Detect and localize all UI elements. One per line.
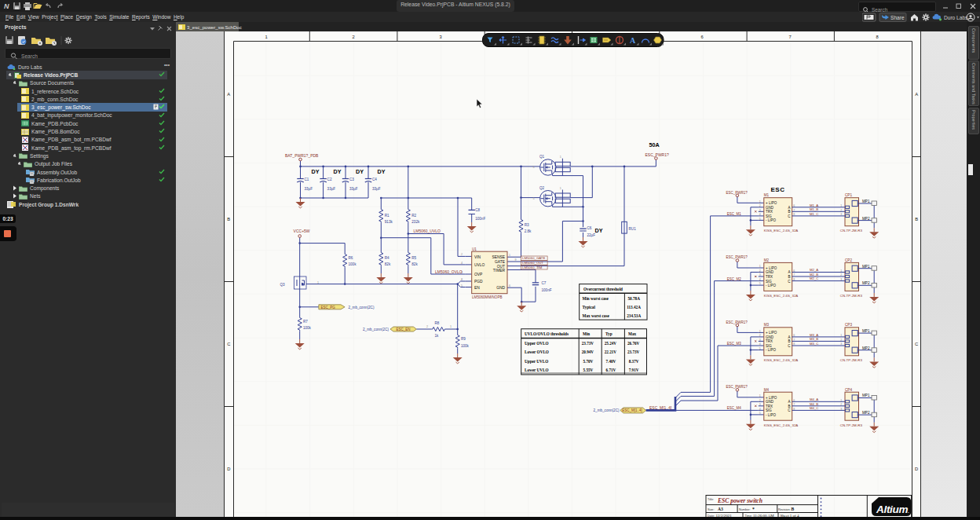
svg-text:C: C — [227, 342, 230, 346]
svg-text:1: 1 — [560, 156, 561, 159]
svg-text:*: * — [752, 507, 755, 511]
svg-text:ESC_M[1..4]: ESC_M[1..4] — [649, 405, 672, 410]
svg-text:ESC_PWR1?: ESC_PWR1? — [645, 152, 670, 157]
svg-text:Number:: Number: — [739, 508, 751, 511]
svg-text:Q2: Q2 — [539, 186, 545, 190]
svg-text:A: A — [227, 92, 230, 97]
svg-text:ESC_M4: ESC_M4 — [727, 406, 742, 410]
svg-text:M3_C: M3_C — [810, 342, 818, 346]
svg-text:5.70V: 5.70V — [583, 359, 594, 364]
svg-text:Lower UVLO: Lower UVLO — [525, 368, 549, 372]
svg-text:20.94V: 20.94V — [582, 350, 594, 354]
svg-text:2: 2 — [461, 253, 463, 256]
svg-text:CP1: CP1 — [845, 193, 852, 197]
svg-text:Upper OVLO: Upper OVLO — [525, 341, 549, 346]
svg-text:22.21V: 22.21V — [605, 350, 617, 354]
svg-text:Search: Search — [21, 53, 38, 59]
svg-text:Title:: Title: — [708, 498, 714, 501]
svg-text:CP4: CP4 — [845, 388, 852, 392]
svg-text:8: 8 — [461, 278, 463, 281]
svg-text:DY: DY — [378, 168, 386, 175]
svg-text:Lower OVLO: Lower OVLO — [525, 350, 549, 354]
svg-text:7.40V: 7.40V — [606, 359, 616, 364]
svg-text:Typ: Typ — [605, 331, 612, 336]
svg-text:33µF: 33µF — [372, 187, 381, 191]
svg-text:M2: M2 — [764, 258, 770, 262]
svg-text:ESC power switch: ESC power switch — [717, 497, 762, 504]
svg-text:C3: C3 — [349, 178, 354, 181]
svg-text:234.53A: 234.53A — [627, 313, 641, 318]
svg-text:8: 8 — [876, 35, 878, 39]
svg-text:Share: Share — [890, 15, 905, 20]
svg-text:M1: M1 — [764, 193, 770, 197]
svg-text:A: A — [630, 36, 636, 45]
svg-text:M3: M3 — [764, 323, 770, 327]
svg-text:M2_A: M2_A — [810, 268, 818, 272]
svg-text:Typical: Typical — [583, 305, 596, 309]
svg-text:LM5060_TIM: LM5060_TIM — [522, 265, 543, 269]
svg-text:6: 6 — [509, 284, 510, 287]
svg-text:82k: 82k — [385, 262, 391, 266]
svg-text:5: 5 — [461, 284, 463, 287]
svg-text:LM5060_OVLO: LM5060_OVLO — [435, 269, 463, 274]
svg-text:8.37V: 8.37V — [629, 359, 639, 364]
svg-text:EN: EN — [474, 286, 480, 290]
svg-text:M2_B: M2_B — [810, 273, 818, 276]
svg-text:7: 7 — [788, 35, 791, 39]
svg-text:1: 1 — [509, 254, 510, 257]
svg-text:C7: C7 — [542, 281, 547, 285]
svg-text:TIMER: TIMER — [493, 269, 506, 273]
svg-text:2_mb_conn(2C): 2_mb_conn(2C) — [349, 306, 375, 309]
svg-text:LM5060_UVLO: LM5060_UVLO — [414, 229, 441, 233]
svg-text:CP2: CP2 — [845, 258, 852, 262]
svg-text:R9: R9 — [461, 337, 466, 341]
svg-text:BAT_PWR1?_PDB: BAT_PWR1?_PDB — [285, 153, 319, 158]
svg-text:4: 4 — [461, 262, 463, 265]
svg-text:ESC: ESC — [771, 186, 785, 193]
svg-text:B: B — [227, 217, 230, 222]
svg-text:C8: C8 — [475, 208, 480, 212]
svg-text:Q1: Q1 — [539, 155, 545, 159]
svg-text:SENSE: SENSE — [492, 255, 505, 259]
svg-text:M2_C: M2_C — [810, 276, 818, 280]
svg-text:9: 9 — [515, 258, 517, 262]
svg-text:5: 5 — [533, 197, 535, 200]
svg-text:M4_C: M4_C — [810, 406, 818, 410]
svg-text:VCC+5W: VCC+5W — [294, 229, 310, 233]
svg-text:Min worst case: Min worst case — [583, 296, 609, 301]
svg-text:CP3: CP3 — [845, 323, 852, 327]
svg-text:D: D — [915, 467, 918, 471]
svg-text:R3: R3 — [525, 223, 529, 227]
svg-text:Duro Labs: Duro Labs — [944, 15, 968, 20]
svg-text:C6: C6 — [587, 226, 592, 230]
svg-text:M1_A: M1_A — [810, 203, 818, 207]
svg-text:113.42A: 113.42A — [627, 305, 641, 309]
svg-text:33µF: 33µF — [327, 187, 336, 191]
svg-text:LM5060MM/NOPB: LM5060MM/NOPB — [472, 295, 503, 299]
svg-text:5: 5 — [533, 166, 535, 169]
svg-text:C: C — [915, 342, 918, 346]
svg-text:100k: 100k — [303, 326, 312, 330]
svg-text:50.78A: 50.78A — [628, 296, 641, 301]
svg-text:Upper UVLO: Upper UVLO — [525, 359, 548, 364]
svg-text:6.71V: 6.71V — [606, 368, 616, 372]
svg-text:DY: DY — [356, 168, 364, 175]
svg-text:M4_B: M4_B — [810, 402, 818, 406]
svg-text:Min: Min — [583, 331, 590, 336]
svg-text:R2: R2 — [411, 214, 416, 218]
svg-text:ESC_PG: ESC_PG — [321, 306, 336, 309]
svg-text:LM5060_OUT: LM5060_OUT — [522, 261, 543, 265]
svg-text:1: 1 — [265, 35, 267, 39]
svg-text:Overcurrent threshold: Overcurrent threshold — [583, 287, 623, 291]
svg-text:DY: DY — [595, 227, 603, 234]
svg-text:1: 1 — [560, 187, 561, 190]
svg-text:100k: 100k — [461, 344, 470, 348]
svg-text:100k: 100k — [349, 262, 357, 266]
svg-text:C4: C4 — [372, 178, 377, 181]
svg-text:1: 1 — [317, 281, 319, 284]
svg-text:GATE: GATE — [495, 260, 506, 264]
svg-text:B: B — [792, 507, 795, 511]
svg-text:6: 6 — [700, 35, 703, 39]
svg-text:R1: R1 — [385, 214, 389, 218]
svg-text:OVP: OVP — [474, 273, 482, 276]
